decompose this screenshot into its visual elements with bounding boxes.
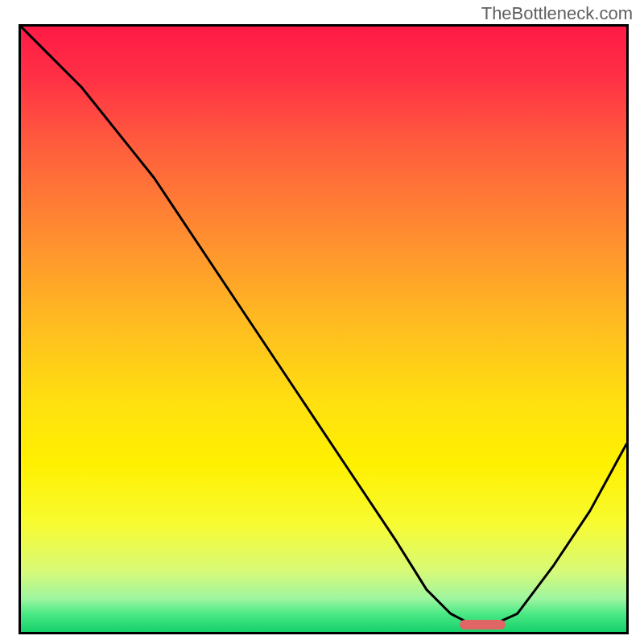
optimal-range-marker: [460, 620, 505, 630]
chart-frame: TheBottleneck.com: [0, 0, 644, 644]
plot-area: [19, 24, 629, 634]
bottleneck-curve: [21, 27, 626, 632]
watermark-text: TheBottleneck.com: [481, 3, 633, 24]
